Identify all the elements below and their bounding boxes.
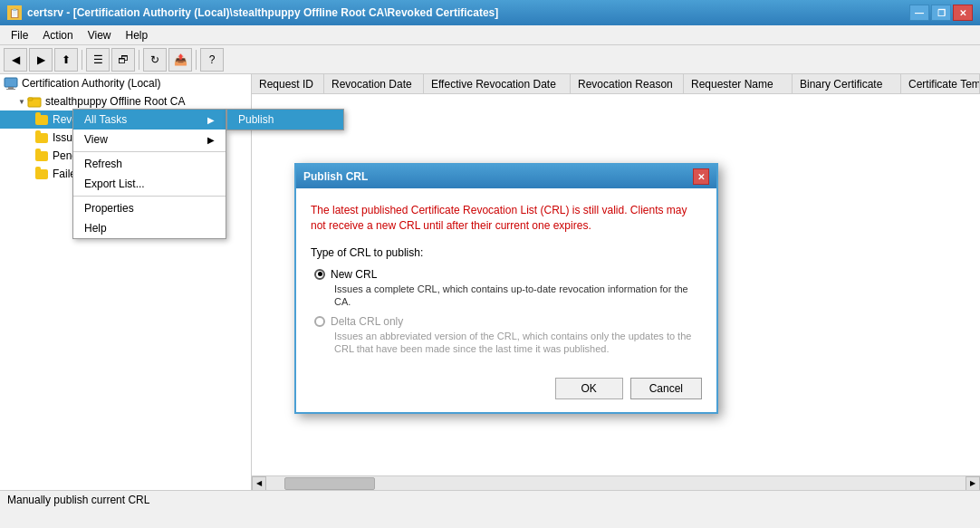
toolbar-separator-1 [82, 50, 82, 70]
menu-file[interactable]: File [4, 27, 35, 43]
new-window-button[interactable]: 🗗 [111, 48, 135, 72]
pending-icon [34, 149, 49, 163]
issued-icon [34, 130, 49, 145]
horizontal-scrollbar[interactable]: ◀ ▶ [252, 475, 980, 490]
col-request-id[interactable]: Request ID [252, 74, 324, 93]
tree-ca-label: stealthpuppy Offline Root CA [45, 95, 186, 108]
menu-view[interactable]: View [81, 27, 119, 43]
back-button[interactable]: ◀ [4, 48, 27, 72]
col-effective-date[interactable]: Effective Revocation Date [424, 74, 571, 93]
col-cert-template[interactable]: Certificate Temp [901, 74, 980, 93]
toolbar: ◀ ▶ ⬆ ☰ 🗗 ↻ 📤 ? [0, 45, 980, 74]
tree-revoked-label: Revoked Certificates [53, 113, 153, 126]
menu-help[interactable]: Help [119, 27, 156, 43]
tree-panel: Certification Authority (Local) ▼ stealt… [0, 74, 252, 490]
close-button[interactable]: ✕ [953, 5, 973, 21]
help-button[interactable]: ? [200, 48, 224, 72]
failed-icon [34, 167, 49, 181]
scroll-thumb[interactable] [284, 477, 375, 490]
column-headers: Request ID Revocation Date Effective Rev… [252, 74, 980, 94]
tree-item-failed[interactable]: Failed Requests [0, 165, 251, 183]
scroll-left-button[interactable]: ◀ [252, 476, 266, 491]
tree-item-issued[interactable]: Issued Certificates [0, 129, 251, 147]
menu-action[interactable]: Action [35, 27, 80, 43]
menu-bar: File Action View Help [0, 25, 980, 45]
tree-item-pending[interactable]: Pending Requests [0, 147, 251, 165]
tree-issued-label: Issued Certificates [53, 131, 142, 144]
scroll-track[interactable] [266, 476, 966, 491]
col-requester-name[interactable]: Requester Name [684, 74, 793, 93]
status-text: Manually publish current CRL [7, 494, 149, 506]
status-bar: Manually publish current CRL [0, 490, 980, 508]
restore-button[interactable]: ❐ [931, 5, 951, 21]
revoked-icon [34, 112, 49, 127]
refresh-button[interactable]: ↻ [143, 48, 167, 72]
toolbar-separator-3 [196, 50, 197, 70]
minimize-button[interactable]: — [909, 5, 929, 21]
ca-icon [27, 94, 42, 109]
scroll-right-button[interactable]: ▶ [966, 476, 980, 491]
svg-rect-2 [6, 89, 15, 90]
content-empty-message: There are no items to show in this view. [252, 94, 980, 475]
title-bar-controls: — ❐ ✕ [909, 5, 973, 21]
expand-arrow-ca: ▼ [18, 98, 25, 106]
tree-pending-label: Pending Requests [53, 149, 141, 162]
content-panel: Request ID Revocation Date Effective Rev… [252, 74, 980, 490]
svg-rect-1 [8, 87, 14, 89]
app-icon: 📋 [7, 5, 22, 20]
col-revocation-reason[interactable]: Revocation Reason [571, 74, 684, 93]
forward-button[interactable]: ▶ [29, 48, 53, 72]
main-area: Certification Authority (Local) ▼ stealt… [0, 74, 980, 490]
svg-rect-0 [5, 78, 17, 87]
title-bar-left: 📋 certsrv - [Certification Authority (Lo… [7, 5, 498, 20]
tree-root-label: Certification Authority (Local) [22, 77, 160, 90]
export-button[interactable]: 📤 [168, 48, 192, 72]
computer-icon [4, 76, 18, 91]
svg-rect-5 [29, 99, 40, 100]
tree-item-ca[interactable]: ▼ stealthpuppy Offline Root CA [0, 92, 251, 110]
up-button[interactable]: ⬆ [54, 48, 78, 72]
tree-failed-label: Failed Requests [53, 168, 131, 180]
col-revocation-date[interactable]: Revocation Date [324, 74, 424, 93]
col-binary-cert[interactable]: Binary Certificate [793, 74, 901, 93]
toolbar-separator-2 [139, 50, 139, 70]
tree-item-revoked[interactable]: Revoked Certificates [0, 110, 251, 129]
show-hide-button[interactable]: ☰ [86, 48, 110, 72]
window-title: certsrv - [Certification Authority (Loca… [27, 6, 498, 19]
title-bar: 📋 certsrv - [Certification Authority (Lo… [0, 0, 980, 25]
tree-root[interactable]: Certification Authority (Local) [0, 74, 251, 92]
